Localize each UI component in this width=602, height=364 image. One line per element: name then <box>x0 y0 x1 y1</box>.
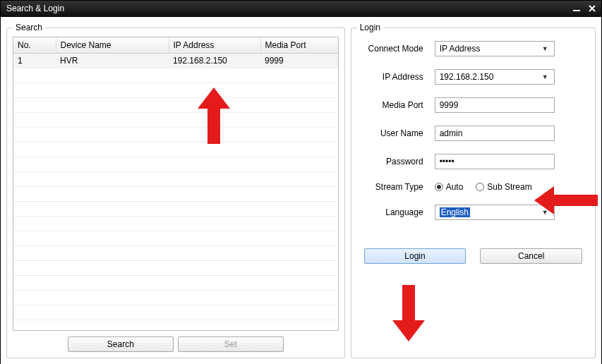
language-combo[interactable]: English ▼ <box>435 205 555 220</box>
cell-port: 9999 <box>260 54 339 68</box>
stream-type-label: Stream Type <box>364 182 435 192</box>
search-legend: Search <box>13 23 45 32</box>
cancel-button[interactable]: Cancel <box>480 248 582 264</box>
window-title: Search & Login <box>4 4 64 13</box>
close-button[interactable] <box>586 4 598 13</box>
client-area: Search No. Device Name IP Address Media … <box>1 17 601 364</box>
radio-icon <box>435 183 443 191</box>
search-button-row: Search Set <box>13 336 339 352</box>
connect-mode-label: Connect Mode <box>364 44 435 54</box>
password-input[interactable]: ••••• <box>435 154 555 169</box>
connect-mode-combo[interactable]: IP Address ▼ <box>435 41 555 56</box>
password-label: Password <box>364 157 435 166</box>
stream-sub-radio[interactable]: Sub Stream <box>476 182 531 192</box>
device-table[interactable]: No. Device Name IP Address Media Port 1 … <box>13 37 339 331</box>
ip-address-label: IP Address <box>364 72 435 82</box>
svg-rect-0 <box>573 10 580 11</box>
chevron-down-icon: ▼ <box>542 209 548 216</box>
annotation-arrow-login-icon <box>392 285 425 341</box>
cell-ip: 192.168.2.150 <box>169 54 260 68</box>
col-ip-address[interactable]: IP Address <box>169 37 260 54</box>
media-port-label: Media Port <box>364 100 435 110</box>
minimize-button[interactable] <box>570 4 583 13</box>
radio-icon <box>476 183 484 191</box>
user-name-label: User Name <box>364 128 435 138</box>
col-device-name[interactable]: Device Name <box>56 37 169 54</box>
col-no[interactable]: No. <box>13 37 56 54</box>
login-button-row: Login Cancel <box>364 248 582 264</box>
cell-device: HVR <box>56 54 169 68</box>
col-media-port[interactable]: Media Port <box>260 37 339 54</box>
login-button[interactable]: Login <box>364 248 466 264</box>
user-name-input[interactable]: admin <box>435 126 555 141</box>
cell-no: 1 <box>13 54 56 68</box>
window-controls <box>570 4 598 13</box>
language-label: Language <box>364 207 435 217</box>
login-legend: Login <box>357 23 383 32</box>
search-panel: Search No. Device Name IP Address Media … <box>6 23 345 358</box>
search-button[interactable]: Search <box>68 336 174 352</box>
ip-address-combo[interactable]: 192.168.2.150 ▼ <box>435 69 555 85</box>
set-button[interactable]: Set <box>178 336 284 352</box>
media-port-input[interactable]: 9999 <box>435 97 555 113</box>
table-row[interactable]: 1 HVR 192.168.2.150 9999 <box>13 54 339 68</box>
login-panel: Login Connect Mode IP Address ▼ IP Addre… <box>351 23 596 358</box>
chevron-down-icon: ▼ <box>542 45 548 52</box>
login-form: Connect Mode IP Address ▼ IP Address 192… <box>357 37 589 268</box>
stream-auto-radio[interactable]: Auto <box>435 182 464 192</box>
title-bar: Search & Login <box>1 1 601 17</box>
chevron-down-icon: ▼ <box>542 73 548 80</box>
dialog-window: Search & Login Search No. <box>0 0 602 364</box>
